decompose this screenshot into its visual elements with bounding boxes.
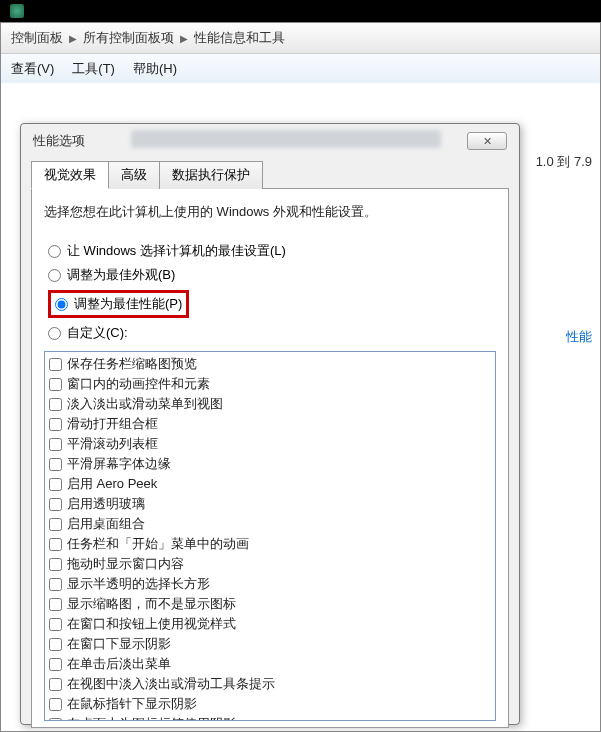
checkbox-input[interactable] — [49, 578, 62, 591]
menu-tools[interactable]: 工具(T) — [72, 60, 115, 78]
menu-help[interactable]: 帮助(H) — [133, 60, 177, 78]
list-item[interactable]: 显示缩略图，而不是显示图标 — [49, 594, 491, 614]
menu-view[interactable]: 查看(V) — [11, 60, 54, 78]
list-item[interactable]: 在视图中淡入淡出或滑动工具条提示 — [49, 674, 491, 694]
option-label: 启用桌面组合 — [67, 515, 145, 533]
list-item[interactable]: 启用桌面组合 — [49, 514, 491, 534]
radio-label: 调整为最佳性能(P) — [74, 295, 182, 313]
chevron-right-icon: ▶ — [180, 33, 188, 44]
tab-strip: 视觉效果 高级 数据执行保护 — [31, 160, 509, 188]
checkbox-input[interactable] — [49, 518, 62, 531]
checkbox-input[interactable] — [49, 458, 62, 471]
option-label: 在单击后淡出菜单 — [67, 655, 171, 673]
radio-input[interactable] — [48, 245, 61, 258]
close-button[interactable]: ✕ — [467, 132, 507, 150]
rating-range-text: 1.0 到 7.9 — [536, 153, 592, 171]
chevron-right-icon: ▶ — [69, 33, 77, 44]
list-item[interactable]: 显示半透明的选择长方形 — [49, 574, 491, 594]
list-item[interactable]: 拖动时显示窗口内容 — [49, 554, 491, 574]
checkbox-input[interactable] — [49, 678, 62, 691]
list-item[interactable]: 滑动打开组合框 — [49, 414, 491, 434]
performance-options-dialog: 性能选项 ✕ 视觉效果 高级 数据执行保护 选择您想在此计算机上使用的 Wind… — [20, 123, 520, 725]
performance-link[interactable]: 性能 — [566, 328, 592, 346]
dialog-title-text: 性能选项 — [33, 132, 85, 150]
window-chrome-top — [0, 0, 601, 22]
checkbox-input[interactable] — [49, 438, 62, 451]
breadcrumb-item[interactable]: 所有控制面板项 — [83, 29, 174, 47]
list-item[interactable]: 在桌面上为图标标签使用阴影 — [49, 714, 491, 721]
checkbox-input[interactable] — [49, 638, 62, 651]
radio-input[interactable] — [48, 327, 61, 340]
option-label: 平滑滚动列表框 — [67, 435, 158, 453]
radio-input[interactable] — [48, 269, 61, 282]
option-label: 保存任务栏缩略图预览 — [67, 355, 197, 373]
dialog-titlebar: 性能选项 ✕ — [21, 124, 519, 154]
option-label: 在视图中淡入淡出或滑动工具条提示 — [67, 675, 275, 693]
radio-option[interactable]: 调整为最佳性能(P) — [48, 287, 496, 321]
radio-option[interactable]: 让 Windows 选择计算机的最佳设置(L) — [48, 239, 496, 263]
breadcrumb[interactable]: 控制面板 ▶ 所有控制面板项 ▶ 性能信息和工具 — [1, 23, 600, 54]
instruction-text: 选择您想在此计算机上使用的 Windows 外观和性能设置。 — [44, 203, 496, 221]
checkbox-input[interactable] — [49, 478, 62, 491]
checkbox-input[interactable] — [49, 538, 62, 551]
breadcrumb-item[interactable]: 性能信息和工具 — [194, 29, 285, 47]
option-label: 平滑屏幕字体边缘 — [67, 455, 171, 473]
radio-label: 自定义(C): — [67, 324, 128, 342]
checkbox-input[interactable] — [49, 358, 62, 371]
checkbox-input[interactable] — [49, 398, 62, 411]
option-label: 滑动打开组合框 — [67, 415, 158, 433]
option-label: 在窗口和按钮上使用视觉样式 — [67, 615, 236, 633]
option-label: 淡入淡出或滑动菜单到视图 — [67, 395, 223, 413]
radio-input[interactable] — [55, 298, 68, 311]
breadcrumb-item[interactable]: 控制面板 — [11, 29, 63, 47]
list-item[interactable]: 平滑滚动列表框 — [49, 434, 491, 454]
option-label: 启用 Aero Peek — [67, 475, 157, 493]
checkbox-input[interactable] — [49, 378, 62, 391]
radio-label: 调整为最佳外观(B) — [67, 266, 175, 284]
list-item[interactable]: 启用 Aero Peek — [49, 474, 491, 494]
option-label: 启用透明玻璃 — [67, 495, 145, 513]
checkbox-input[interactable] — [49, 598, 62, 611]
radio-option[interactable]: 调整为最佳外观(B) — [48, 263, 496, 287]
close-icon: ✕ — [483, 135, 492, 148]
blurred-region — [131, 130, 441, 148]
option-label: 窗口内的动画控件和元素 — [67, 375, 210, 393]
menubar: 查看(V) 工具(T) 帮助(H) — [1, 54, 600, 85]
radio-label: 让 Windows 选择计算机的最佳设置(L) — [67, 242, 286, 260]
checkbox-input[interactable] — [49, 558, 62, 571]
visual-effects-list[interactable]: 保存任务栏缩略图预览窗口内的动画控件和元素淡入淡出或滑动菜单到视图滑动打开组合框… — [44, 351, 496, 721]
checkbox-input[interactable] — [49, 498, 62, 511]
list-item[interactable]: 淡入淡出或滑动菜单到视图 — [49, 394, 491, 414]
option-label: 任务栏和「开始」菜单中的动画 — [67, 535, 249, 553]
list-item[interactable]: 任务栏和「开始」菜单中的动画 — [49, 534, 491, 554]
checkbox-input[interactable] — [49, 418, 62, 431]
checkbox-input[interactable] — [49, 698, 62, 711]
list-item[interactable]: 保存任务栏缩略图预览 — [49, 354, 491, 374]
checkbox-input[interactable] — [49, 618, 62, 631]
option-label: 在鼠标指针下显示阴影 — [67, 695, 197, 713]
highlight-box: 调整为最佳性能(P) — [48, 290, 189, 318]
option-label: 拖动时显示窗口内容 — [67, 555, 184, 573]
option-label: 显示半透明的选择长方形 — [67, 575, 210, 593]
option-label: 显示缩略图，而不是显示图标 — [67, 595, 236, 613]
list-item[interactable]: 在鼠标指针下显示阴影 — [49, 694, 491, 714]
option-label: 在窗口下显示阴影 — [67, 635, 171, 653]
list-item[interactable]: 在窗口下显示阴影 — [49, 634, 491, 654]
list-item[interactable]: 在单击后淡出菜单 — [49, 654, 491, 674]
option-label: 在桌面上为图标标签使用阴影 — [67, 715, 236, 721]
tab-panel-visual-effects: 选择您想在此计算机上使用的 Windows 外观和性能设置。 让 Windows… — [31, 188, 509, 728]
radio-option[interactable]: 自定义(C): — [48, 321, 496, 345]
tab-dep[interactable]: 数据执行保护 — [159, 161, 263, 189]
list-item[interactable]: 窗口内的动画控件和元素 — [49, 374, 491, 394]
tab-visual-effects[interactable]: 视觉效果 — [31, 161, 109, 189]
checkbox-input[interactable] — [49, 658, 62, 671]
list-item[interactable]: 启用透明玻璃 — [49, 494, 491, 514]
checkbox-input[interactable] — [49, 718, 62, 722]
list-item[interactable]: 平滑屏幕字体边缘 — [49, 454, 491, 474]
tab-advanced[interactable]: 高级 — [108, 161, 160, 189]
list-item[interactable]: 在窗口和按钮上使用视觉样式 — [49, 614, 491, 634]
radio-group: 让 Windows 选择计算机的最佳设置(L)调整为最佳外观(B)调整为最佳性能… — [48, 239, 496, 345]
